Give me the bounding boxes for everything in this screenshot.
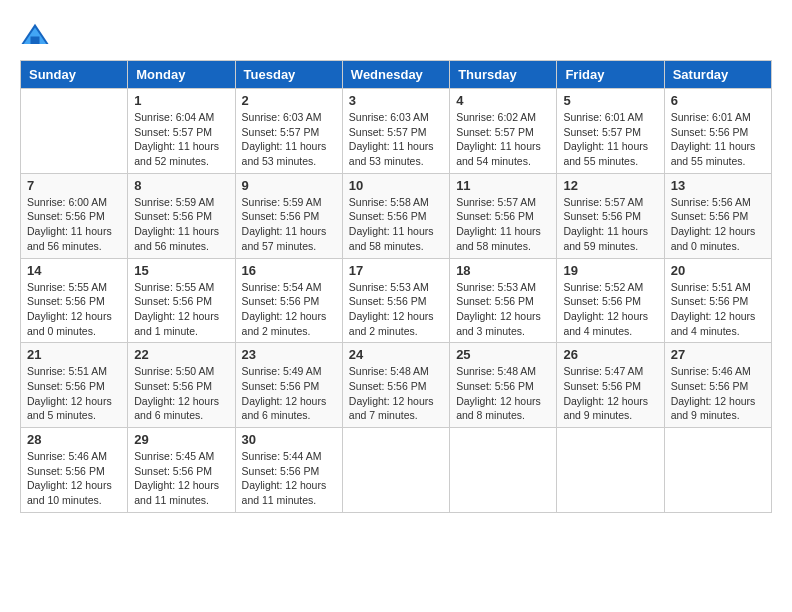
- day-info: Sunrise: 6:03 AM Sunset: 5:57 PM Dayligh…: [349, 110, 443, 169]
- day-info: Sunrise: 5:52 AM Sunset: 5:56 PM Dayligh…: [563, 280, 657, 339]
- calendar-cell: 5Sunrise: 6:01 AM Sunset: 5:57 PM Daylig…: [557, 89, 664, 174]
- day-info: Sunrise: 5:50 AM Sunset: 5:56 PM Dayligh…: [134, 364, 228, 423]
- page-header: [20, 20, 772, 50]
- calendar-table: SundayMondayTuesdayWednesdayThursdayFrid…: [20, 60, 772, 513]
- day-number: 25: [456, 347, 550, 362]
- day-number: 10: [349, 178, 443, 193]
- day-number: 8: [134, 178, 228, 193]
- day-number: 28: [27, 432, 121, 447]
- calendar-cell: 7Sunrise: 6:00 AM Sunset: 5:56 PM Daylig…: [21, 173, 128, 258]
- day-number: 22: [134, 347, 228, 362]
- weekday-header-saturday: Saturday: [664, 61, 771, 89]
- day-number: 24: [349, 347, 443, 362]
- calendar-cell: 25Sunrise: 5:48 AM Sunset: 5:56 PM Dayli…: [450, 343, 557, 428]
- day-number: 12: [563, 178, 657, 193]
- calendar-cell: 24Sunrise: 5:48 AM Sunset: 5:56 PM Dayli…: [342, 343, 449, 428]
- weekday-header-thursday: Thursday: [450, 61, 557, 89]
- calendar-week-3: 14Sunrise: 5:55 AM Sunset: 5:56 PM Dayli…: [21, 258, 772, 343]
- day-info: Sunrise: 5:55 AM Sunset: 5:56 PM Dayligh…: [27, 280, 121, 339]
- calendar-cell: 3Sunrise: 6:03 AM Sunset: 5:57 PM Daylig…: [342, 89, 449, 174]
- day-number: 6: [671, 93, 765, 108]
- day-info: Sunrise: 5:56 AM Sunset: 5:56 PM Dayligh…: [671, 195, 765, 254]
- calendar-cell: 15Sunrise: 5:55 AM Sunset: 5:56 PM Dayli…: [128, 258, 235, 343]
- day-number: 29: [134, 432, 228, 447]
- day-info: Sunrise: 6:01 AM Sunset: 5:57 PM Dayligh…: [563, 110, 657, 169]
- day-info: Sunrise: 5:54 AM Sunset: 5:56 PM Dayligh…: [242, 280, 336, 339]
- day-info: Sunrise: 6:02 AM Sunset: 5:57 PM Dayligh…: [456, 110, 550, 169]
- calendar-cell: 11Sunrise: 5:57 AM Sunset: 5:56 PM Dayli…: [450, 173, 557, 258]
- calendar-cell: [664, 428, 771, 513]
- day-info: Sunrise: 5:48 AM Sunset: 5:56 PM Dayligh…: [349, 364, 443, 423]
- day-number: 26: [563, 347, 657, 362]
- calendar-cell: 14Sunrise: 5:55 AM Sunset: 5:56 PM Dayli…: [21, 258, 128, 343]
- day-info: Sunrise: 5:46 AM Sunset: 5:56 PM Dayligh…: [27, 449, 121, 508]
- day-number: 4: [456, 93, 550, 108]
- calendar-cell: 4Sunrise: 6:02 AM Sunset: 5:57 PM Daylig…: [450, 89, 557, 174]
- day-info: Sunrise: 5:46 AM Sunset: 5:56 PM Dayligh…: [671, 364, 765, 423]
- day-info: Sunrise: 6:01 AM Sunset: 5:56 PM Dayligh…: [671, 110, 765, 169]
- weekday-header-monday: Monday: [128, 61, 235, 89]
- day-info: Sunrise: 5:47 AM Sunset: 5:56 PM Dayligh…: [563, 364, 657, 423]
- day-number: 21: [27, 347, 121, 362]
- calendar-week-4: 21Sunrise: 5:51 AM Sunset: 5:56 PM Dayli…: [21, 343, 772, 428]
- day-number: 27: [671, 347, 765, 362]
- calendar-cell: 16Sunrise: 5:54 AM Sunset: 5:56 PM Dayli…: [235, 258, 342, 343]
- calendar-cell: 27Sunrise: 5:46 AM Sunset: 5:56 PM Dayli…: [664, 343, 771, 428]
- calendar-cell: 13Sunrise: 5:56 AM Sunset: 5:56 PM Dayli…: [664, 173, 771, 258]
- calendar-cell: 8Sunrise: 5:59 AM Sunset: 5:56 PM Daylig…: [128, 173, 235, 258]
- day-number: 1: [134, 93, 228, 108]
- day-info: Sunrise: 5:57 AM Sunset: 5:56 PM Dayligh…: [563, 195, 657, 254]
- day-info: Sunrise: 5:49 AM Sunset: 5:56 PM Dayligh…: [242, 364, 336, 423]
- day-info: Sunrise: 5:53 AM Sunset: 5:56 PM Dayligh…: [349, 280, 443, 339]
- day-info: Sunrise: 5:51 AM Sunset: 5:56 PM Dayligh…: [27, 364, 121, 423]
- day-number: 15: [134, 263, 228, 278]
- day-number: 30: [242, 432, 336, 447]
- day-number: 13: [671, 178, 765, 193]
- calendar-cell: [557, 428, 664, 513]
- day-info: Sunrise: 5:55 AM Sunset: 5:56 PM Dayligh…: [134, 280, 228, 339]
- svg-rect-2: [31, 37, 40, 45]
- day-number: 7: [27, 178, 121, 193]
- calendar-cell: 1Sunrise: 6:04 AM Sunset: 5:57 PM Daylig…: [128, 89, 235, 174]
- calendar-cell: 10Sunrise: 5:58 AM Sunset: 5:56 PM Dayli…: [342, 173, 449, 258]
- day-info: Sunrise: 5:59 AM Sunset: 5:56 PM Dayligh…: [134, 195, 228, 254]
- calendar-week-5: 28Sunrise: 5:46 AM Sunset: 5:56 PM Dayli…: [21, 428, 772, 513]
- logo-icon: [20, 20, 50, 50]
- calendar-cell: 26Sunrise: 5:47 AM Sunset: 5:56 PM Dayli…: [557, 343, 664, 428]
- calendar-cell: [21, 89, 128, 174]
- day-info: Sunrise: 5:44 AM Sunset: 5:56 PM Dayligh…: [242, 449, 336, 508]
- calendar-cell: 28Sunrise: 5:46 AM Sunset: 5:56 PM Dayli…: [21, 428, 128, 513]
- day-number: 17: [349, 263, 443, 278]
- day-number: 16: [242, 263, 336, 278]
- day-number: 3: [349, 93, 443, 108]
- day-info: Sunrise: 5:51 AM Sunset: 5:56 PM Dayligh…: [671, 280, 765, 339]
- weekday-header-wednesday: Wednesday: [342, 61, 449, 89]
- day-number: 9: [242, 178, 336, 193]
- calendar-cell: 18Sunrise: 5:53 AM Sunset: 5:56 PM Dayli…: [450, 258, 557, 343]
- calendar-cell: 12Sunrise: 5:57 AM Sunset: 5:56 PM Dayli…: [557, 173, 664, 258]
- day-number: 23: [242, 347, 336, 362]
- day-info: Sunrise: 5:48 AM Sunset: 5:56 PM Dayligh…: [456, 364, 550, 423]
- day-info: Sunrise: 6:04 AM Sunset: 5:57 PM Dayligh…: [134, 110, 228, 169]
- day-info: Sunrise: 5:45 AM Sunset: 5:56 PM Dayligh…: [134, 449, 228, 508]
- calendar-cell: 22Sunrise: 5:50 AM Sunset: 5:56 PM Dayli…: [128, 343, 235, 428]
- weekday-header-sunday: Sunday: [21, 61, 128, 89]
- weekday-header-friday: Friday: [557, 61, 664, 89]
- day-info: Sunrise: 6:00 AM Sunset: 5:56 PM Dayligh…: [27, 195, 121, 254]
- day-number: 11: [456, 178, 550, 193]
- day-number: 18: [456, 263, 550, 278]
- calendar-week-2: 7Sunrise: 6:00 AM Sunset: 5:56 PM Daylig…: [21, 173, 772, 258]
- calendar-cell: 29Sunrise: 5:45 AM Sunset: 5:56 PM Dayli…: [128, 428, 235, 513]
- calendar-cell: [450, 428, 557, 513]
- day-number: 14: [27, 263, 121, 278]
- day-info: Sunrise: 6:03 AM Sunset: 5:57 PM Dayligh…: [242, 110, 336, 169]
- day-number: 19: [563, 263, 657, 278]
- day-info: Sunrise: 5:58 AM Sunset: 5:56 PM Dayligh…: [349, 195, 443, 254]
- weekday-header-tuesday: Tuesday: [235, 61, 342, 89]
- weekday-header-row: SundayMondayTuesdayWednesdayThursdayFrid…: [21, 61, 772, 89]
- day-info: Sunrise: 5:57 AM Sunset: 5:56 PM Dayligh…: [456, 195, 550, 254]
- day-number: 2: [242, 93, 336, 108]
- calendar-cell: 9Sunrise: 5:59 AM Sunset: 5:56 PM Daylig…: [235, 173, 342, 258]
- calendar-week-1: 1Sunrise: 6:04 AM Sunset: 5:57 PM Daylig…: [21, 89, 772, 174]
- calendar-cell: 6Sunrise: 6:01 AM Sunset: 5:56 PM Daylig…: [664, 89, 771, 174]
